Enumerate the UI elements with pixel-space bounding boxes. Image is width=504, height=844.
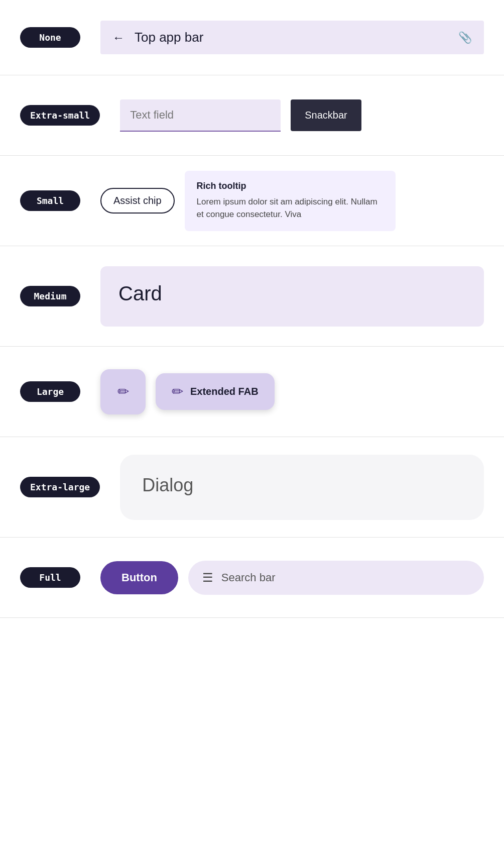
primary-button[interactable]: Button xyxy=(100,561,178,594)
fab-button[interactable]: ✏ xyxy=(100,369,146,414)
card-title: Card xyxy=(118,282,162,304)
back-icon[interactable]: ← xyxy=(112,31,124,45)
extended-fab-button[interactable]: ✏ Extended FAB xyxy=(156,373,275,410)
snackbar: Snackbar xyxy=(291,99,361,131)
row-extra-large: Extra-large Dialog xyxy=(0,437,504,538)
attach-icon[interactable]: 📎 xyxy=(458,31,472,44)
row-extra-small: Extra-small Snackbar xyxy=(0,75,504,156)
assist-chip-button[interactable]: Assist chip xyxy=(100,188,175,214)
rich-tooltip-title: Rich tooltip xyxy=(197,181,384,191)
rich-tooltip: Rich tooltip Lorem ipsum dolor sit am ad… xyxy=(185,171,396,231)
extended-fab-label: Extended FAB xyxy=(190,386,259,397)
row-full: Full Button ☰ Search bar xyxy=(0,538,504,618)
row-large: Large ✏ ✏ Extended FAB xyxy=(0,347,504,437)
search-bar[interactable]: ☰ Search bar xyxy=(188,561,484,595)
content-extra-small: Snackbar xyxy=(120,99,484,132)
fab-edit-icon: ✏ xyxy=(117,383,129,400)
badge-full: Full xyxy=(20,567,80,588)
content-small: Assist chip Rich tooltip Lorem ipsum dol… xyxy=(100,171,484,231)
row-medium: Medium Card xyxy=(0,246,504,347)
content-extra-large: Dialog xyxy=(120,455,484,520)
row-none: None ← Top app bar 📎 xyxy=(0,0,504,75)
text-field-input[interactable] xyxy=(120,99,281,132)
top-app-bar-title: Top app bar xyxy=(135,30,448,45)
rich-tooltip-body: Lorem ipsum dolor sit am adipiscing elit… xyxy=(197,195,384,221)
card[interactable]: Card xyxy=(100,266,484,327)
dialog-title: Dialog xyxy=(142,475,193,495)
badge-none: None xyxy=(20,27,80,48)
badge-small: Small xyxy=(20,190,80,211)
badge-large: Large xyxy=(20,381,80,402)
top-app-bar[interactable]: ← Top app bar 📎 xyxy=(100,21,484,54)
content-medium: Card xyxy=(100,266,484,327)
content-full: Button ☰ Search bar xyxy=(100,561,484,595)
badge-extra-small: Extra-small xyxy=(20,105,100,126)
search-bar-placeholder: Search bar xyxy=(221,571,276,584)
badge-extra-large: Extra-large xyxy=(20,477,100,497)
menu-icon: ☰ xyxy=(202,571,213,585)
row-small: Small Assist chip Rich tooltip Lorem ips… xyxy=(0,156,504,246)
dialog[interactable]: Dialog xyxy=(120,455,484,520)
content-large: ✏ ✏ Extended FAB xyxy=(100,369,484,414)
content-none: ← Top app bar 📎 xyxy=(100,21,484,54)
badge-medium: Medium xyxy=(20,286,80,306)
extended-fab-edit-icon: ✏ xyxy=(172,383,183,400)
